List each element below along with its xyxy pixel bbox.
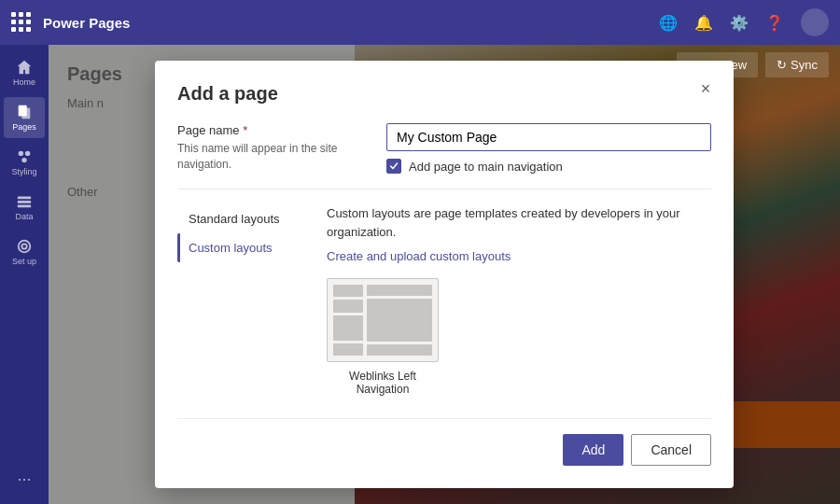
preview-block <box>367 285 432 296</box>
page-name-input-group: Add page to main navigation <box>386 123 711 174</box>
svg-point-4 <box>21 158 26 162</box>
page-name-row: Page name * This name will appear in the… <box>177 123 711 174</box>
layout-preview-weblinks <box>333 285 432 356</box>
settings-icon[interactable]: ⚙️ <box>730 14 749 32</box>
preview-block <box>333 315 363 341</box>
app-launcher-icon[interactable] <box>11 12 32 33</box>
preview-icon: 👁 <box>688 58 700 72</box>
preview-right-col <box>367 285 432 356</box>
tab-custom-layouts[interactable]: Custom layouts <box>177 233 327 262</box>
dialog-overlay: Add a page × Page name * This name will … <box>49 45 840 504</box>
create-upload-layouts-link[interactable]: Create and upload custom layouts <box>327 249 511 263</box>
add-button[interactable]: Add <box>563 434 623 466</box>
data-icon <box>16 193 33 210</box>
checkmark-icon <box>389 161 399 171</box>
svg-rect-6 <box>18 201 31 203</box>
sidebar: Home Pages Styling Data Set up ··· <box>0 45 49 504</box>
top-right-buttons: 👁 Preview ↻ Sync <box>665 45 840 85</box>
sync-button[interactable]: ↻ Sync <box>765 52 829 77</box>
top-bar-icons: 🌐 🔔 ⚙️ ❓ <box>659 8 829 36</box>
sidebar-item-data[interactable]: Data <box>4 187 45 228</box>
required-marker: * <box>243 123 247 137</box>
layout-card-weblinks[interactable]: Weblinks LeftNavigation <box>327 278 439 396</box>
sidebar-more[interactable]: ··· <box>17 469 31 497</box>
dialog-footer: Add Cancel <box>177 418 711 466</box>
divider <box>177 189 711 189</box>
cancel-button[interactable]: Cancel <box>631 434 711 466</box>
layouts-description: Custom layouts are page templates create… <box>327 204 711 241</box>
preview-block <box>333 285 363 297</box>
preview-block <box>367 344 432 356</box>
avatar[interactable] <box>801 8 829 36</box>
layouts-sidebar: Standard layouts Custom layouts <box>177 204 327 396</box>
layout-cards: Weblinks LeftNavigation <box>327 278 711 396</box>
layout-card-preview <box>327 278 439 362</box>
app-body: Home Pages Styling Data Set up ··· Pages… <box>0 45 840 504</box>
add-page-dialog: Add a page × Page name * This name will … <box>155 61 734 488</box>
home-icon <box>16 59 33 76</box>
top-bar: Power Pages 🌐 🔔 ⚙️ ❓ <box>0 0 840 45</box>
styling-icon <box>16 148 33 165</box>
bell-icon[interactable]: 🔔 <box>694 14 713 32</box>
sidebar-item-styling[interactable]: Styling <box>4 142 45 183</box>
sidebar-item-pages[interactable]: Pages <box>4 97 45 138</box>
navigation-checkbox-label: Add page to main navigation <box>409 160 563 174</box>
help-icon[interactable]: ❓ <box>765 14 784 32</box>
svg-rect-1 <box>21 108 30 119</box>
main-content: Pages Main n Other 👁 Preview ↻ Sync <box>49 45 840 504</box>
checkbox-row: Add page to main navigation <box>386 159 711 174</box>
dialog-title: Add a page <box>177 83 711 105</box>
preview-block <box>367 299 432 342</box>
pages-icon <box>16 104 33 120</box>
preview-block <box>333 343 363 356</box>
svg-rect-5 <box>18 197 31 200</box>
app-title: Power Pages <box>43 15 648 31</box>
setup-icon <box>16 238 33 255</box>
tab-standard-layouts[interactable]: Standard layouts <box>177 204 327 233</box>
page-name-label-group: Page name * This name will appear in the… <box>177 123 364 173</box>
page-name-label: Page name * <box>177 123 364 137</box>
svg-point-2 <box>19 151 23 156</box>
page-name-hint: This name will appear in the site naviga… <box>177 141 364 173</box>
layouts-content: Custom layouts are page templates create… <box>327 204 711 396</box>
preview-block <box>333 300 363 312</box>
preview-button[interactable]: 👁 Preview <box>677 52 758 77</box>
globe-icon[interactable]: 🌐 <box>659 14 678 32</box>
page-name-input[interactable] <box>386 123 711 151</box>
layout-card-label: Weblinks LeftNavigation <box>349 370 416 396</box>
navigation-checkbox[interactable] <box>386 159 401 174</box>
sidebar-item-home[interactable]: Home <box>4 52 45 93</box>
preview-left-col <box>333 285 363 356</box>
sync-icon: ↻ <box>777 58 787 72</box>
svg-rect-7 <box>18 205 31 208</box>
layouts-section: Standard layouts Custom layouts Custom l… <box>177 204 711 396</box>
svg-point-3 <box>25 151 30 156</box>
sidebar-item-setup[interactable]: Set up <box>4 231 45 273</box>
